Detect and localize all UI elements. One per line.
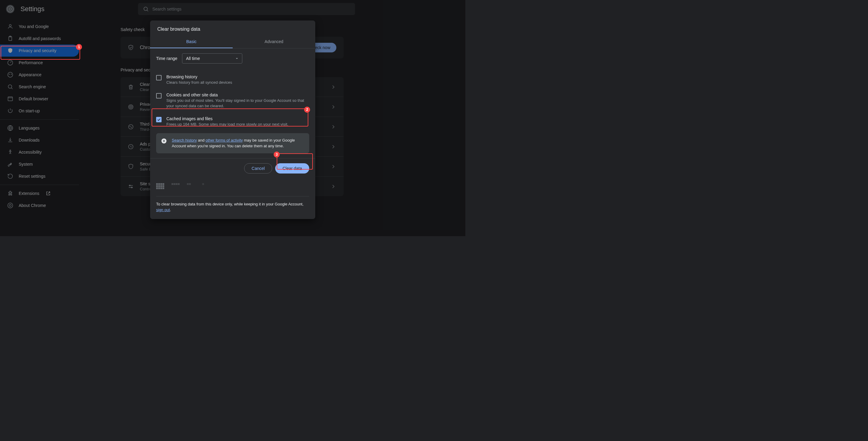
time-range-label: Time range: [156, 56, 177, 61]
clear-browsing-data-dialog: Clear browsing data Basic Advanced Time …: [150, 21, 315, 219]
checkbox-cached-images[interactable]: [156, 117, 161, 122]
dialog-title: Clear browsing data: [150, 21, 315, 36]
cancel-button[interactable]: Cancel: [244, 163, 273, 174]
sign-out-link[interactable]: sign out: [156, 208, 170, 212]
other-forms-link[interactable]: other forms of activity: [206, 138, 243, 143]
checkbox-subtitle: Signs you out of most sites. You'll stay…: [166, 98, 309, 109]
dialog-footer: Cancel Clear data: [150, 158, 315, 178]
dialog-overlay: Clear browsing data Basic Advanced Time …: [0, 0, 465, 236]
checkbox-title: Browsing history: [166, 74, 309, 79]
time-range-row: Time range All time: [156, 53, 309, 64]
time-range-select[interactable]: All time: [182, 53, 242, 64]
search-history-link[interactable]: Search history: [172, 138, 197, 143]
pixelated-avatars: [156, 183, 309, 196]
checkbox-subtitle: Frees up 164 MB. Some sites may load mor…: [166, 122, 309, 127]
checkbox-title: Cached images and files: [166, 116, 309, 121]
tab-advanced[interactable]: Advanced: [233, 36, 315, 48]
checkbox-row-cached[interactable]: Cached images and files Frees up 164 MB.…: [156, 113, 309, 131]
google-account-info-box: Search history and other forms of activi…: [156, 133, 309, 153]
checkbox-cookies[interactable]: [156, 93, 161, 98]
checkbox-row-browsing-history[interactable]: Browsing history Clears history from all…: [156, 71, 309, 89]
checkbox-browsing-history[interactable]: [156, 75, 161, 81]
clear-data-button[interactable]: Clear data: [275, 163, 309, 174]
info-text: Search history and other forms of activi…: [172, 137, 304, 149]
dialog-body: Time range All time Browsing history Cle…: [150, 49, 315, 158]
checkbox-title: Cookies and other site data: [166, 92, 309, 97]
tab-basic[interactable]: Basic: [150, 36, 233, 48]
dialog-bottom-section: To clear browsing data from this device …: [150, 178, 315, 219]
google-icon: [161, 138, 167, 144]
dialog-tabs: Basic Advanced: [150, 36, 315, 49]
checkbox-subtitle: Clears history from all synced devices: [166, 80, 309, 85]
bottom-text: To clear browsing data from this device …: [156, 201, 309, 213]
checkbox-row-cookies[interactable]: Cookies and other site data Signs you ou…: [156, 89, 309, 113]
